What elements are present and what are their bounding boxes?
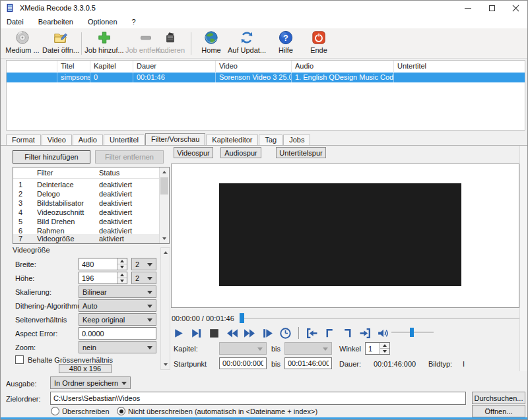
- tab-audio[interactable]: Audio: [73, 135, 103, 145]
- toolbar-help-button[interactable]: ? Hilfe: [273, 30, 299, 54]
- app-icon: [5, 3, 15, 13]
- scroll-up-icon[interactable]: [160, 167, 169, 177]
- dithering-label: Dithering-Algorithmus: [15, 302, 85, 310]
- winkel-input[interactable]: [366, 343, 380, 354]
- column-header-blank[interactable]: [7, 61, 57, 72]
- panel-scrollbar[interactable]: [519, 146, 528, 371]
- tab-filter-vorschau[interactable]: Filter/Vorschau: [145, 133, 205, 145]
- tab-video[interactable]: Video: [42, 135, 72, 145]
- filter-list-scrollbar[interactable]: [159, 167, 169, 243]
- menu-bearbeiten[interactable]: Bearbeiten: [38, 18, 73, 26]
- column-header-titel[interactable]: Titel: [57, 61, 90, 72]
- winkel-label: Winkel: [339, 345, 361, 353]
- jump-to-start-button[interactable]: [306, 327, 318, 340]
- breite-stepper[interactable]: [79, 258, 127, 270]
- tab-format[interactable]: Format: [6, 135, 41, 145]
- play-button[interactable]: [172, 327, 185, 340]
- menu-optionen[interactable]: Optionen: [88, 18, 117, 26]
- toolbar-encode-button: Kodieren: [155, 30, 185, 54]
- tab-tag[interactable]: Tag: [259, 135, 282, 145]
- menu-hilfe[interactable]: ?: [132, 18, 136, 26]
- ausgabe-select[interactable]: In Ordner speichern: [50, 376, 131, 389]
- rewind-button[interactable]: [226, 327, 238, 340]
- media-row-selected[interactable]: simpsons_t... 0 00:01:46 Sorenson Video …: [7, 73, 525, 82]
- toolbar-open-file-button[interactable]: Datei öffn...: [42, 30, 80, 54]
- filter-row-deinterlace[interactable]: 1Deinterlacedeaktiviert: [13, 180, 159, 189]
- maximize-button[interactable]: [480, 1, 504, 15]
- toolbar-medium-button[interactable]: Medium ...: [5, 30, 40, 54]
- column-header-kapitel[interactable]: Kapitel: [90, 61, 133, 72]
- seitenverhaeltnis-select[interactable]: Keep original: [79, 313, 156, 326]
- time-select-button[interactable]: [279, 327, 292, 340]
- volume-thumb[interactable]: [410, 328, 414, 337]
- videospur-button[interactable]: Videospur: [174, 147, 213, 158]
- hoehe-stepper[interactable]: [79, 272, 127, 284]
- menu-datei[interactable]: Datei: [7, 18, 24, 26]
- stop-button[interactable]: [208, 327, 220, 340]
- durchsuchen-button[interactable]: Durchsuchen...: [472, 392, 525, 404]
- filter-row-bild-drehen[interactable]: 5Bild Drehendeaktiviert: [13, 217, 159, 226]
- hoehe-mod-select[interactable]: 2: [131, 272, 156, 284]
- zoom-select[interactable]: nein: [79, 341, 156, 353]
- column-header-audio[interactable]: Audio: [292, 61, 394, 72]
- filter-row-videogroesse[interactable]: 7Videogrößeaktiviert: [13, 234, 159, 243]
- untertitelspur-button[interactable]: Untertitelspur: [276, 147, 326, 158]
- kapitel-label: Kapitel:: [174, 345, 198, 353]
- keep-ratio-checkbox[interactable]: [15, 355, 24, 364]
- audiospur-button[interactable]: Audiospur: [220, 147, 261, 158]
- filter-column-header[interactable]: Filter: [37, 169, 53, 177]
- next-frame-button[interactable]: [190, 327, 203, 340]
- hoehe-label: Höhe:: [15, 274, 34, 282]
- close-button[interactable]: [504, 1, 527, 15]
- video-preview-panel: [171, 164, 519, 308]
- ueberschreiben-radio[interactable]: [51, 407, 59, 415]
- nicht-ueberschreiben-radio[interactable]: [117, 407, 125, 415]
- toolbar-exit-button[interactable]: Ende: [306, 30, 332, 54]
- filter-row-bildstabilisator[interactable]: 3Bildstabilisatordeaktiviert: [13, 198, 159, 208]
- seek-bar[interactable]: [240, 318, 519, 319]
- add-filter-button[interactable]: Filter hinzufügen: [13, 150, 90, 164]
- filter-row-delogo[interactable]: 2Delogodeaktiviert: [13, 189, 159, 198]
- breite-mod-select[interactable]: 2: [131, 258, 156, 270]
- startpunkt-input[interactable]: [219, 357, 267, 369]
- dithering-select[interactable]: Auto: [79, 299, 156, 312]
- hoehe-spin-buttons[interactable]: [117, 272, 127, 284]
- volume-button[interactable]: [377, 327, 389, 340]
- filter-row-videozuschnitt[interactable]: 4Videozuschnittdeaktiviert: [13, 208, 159, 217]
- toolbar-add-job-button[interactable]: Job hinzuf...: [84, 30, 124, 54]
- zielordner-input[interactable]: [50, 392, 466, 405]
- winkel-spin-buttons[interactable]: [380, 343, 389, 354]
- scroll-down-icon[interactable]: [161, 360, 170, 369]
- column-header-untertitel[interactable]: Untertitel: [394, 61, 475, 72]
- jump-to-end-button[interactable]: [359, 327, 372, 340]
- scroll-down-icon[interactable]: [160, 234, 169, 243]
- hoehe-input[interactable]: [79, 272, 117, 284]
- scroll-up-icon[interactable]: [161, 248, 170, 257]
- settings-scrollbar[interactable]: [160, 247, 170, 370]
- seek-thumb[interactable]: [240, 313, 244, 323]
- column-header-video[interactable]: Video: [216, 61, 292, 72]
- toolbar-update-button[interactable]: Auf Updat...: [226, 30, 267, 54]
- size-preset-button[interactable]: 480 x 196: [59, 364, 112, 373]
- tab-untertitel[interactable]: Untertitel: [104, 135, 145, 145]
- chevron-down-icon: [147, 346, 152, 349]
- endpunkt-input[interactable]: [284, 357, 332, 369]
- oeffnen-button[interactable]: Öffnen...: [472, 405, 525, 417]
- skalierung-select[interactable]: Bilinear: [79, 285, 156, 298]
- tab-kapiteleditor[interactable]: Kapiteleditor: [206, 135, 258, 145]
- breite-spin-buttons[interactable]: [117, 258, 127, 270]
- set-end-marker-button[interactable]: [341, 327, 354, 340]
- scroll-thumb[interactable]: [160, 177, 168, 195]
- toolbar-home-button[interactable]: Home: [197, 30, 225, 54]
- minimize-button[interactable]: [456, 1, 480, 15]
- column-header-dauer[interactable]: Dauer: [133, 61, 216, 72]
- winkel-stepper[interactable]: [365, 342, 390, 355]
- aspect-error-input[interactable]: [79, 327, 156, 340]
- fast-forward-button[interactable]: [244, 327, 256, 340]
- breite-input[interactable]: [79, 258, 117, 270]
- set-start-marker-button[interactable]: [323, 327, 336, 340]
- tab-jobs[interactable]: Jobs: [283, 135, 310, 145]
- step-forward-button[interactable]: [261, 327, 274, 340]
- status-column-header[interactable]: Status: [99, 169, 119, 177]
- chevron-down-icon: [121, 382, 127, 385]
